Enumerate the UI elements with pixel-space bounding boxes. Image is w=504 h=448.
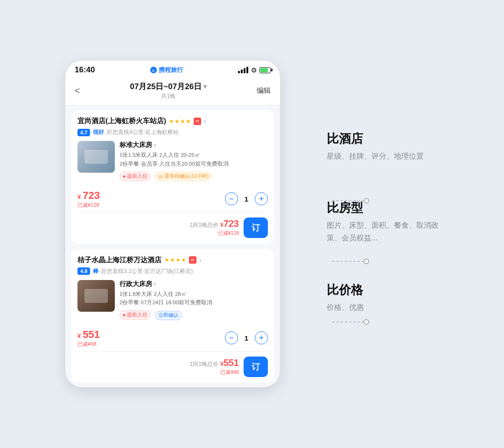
- hotel-2-book-button[interactable]: 订: [244, 357, 268, 377]
- hotel-1-price-row: ¥ 723 已减¥128 − 1 +: [77, 186, 268, 212]
- hotel-2-perk-2: 07月24日 18:00前可免费取消: [141, 300, 213, 305]
- hotel-2-tag-icon: iT: [189, 256, 196, 264]
- edit-button[interactable]: 编辑: [257, 86, 271, 95]
- hotel-1-arrow-icon: ›: [204, 118, 206, 125]
- hotel-2-distance: 距您直线3.1公里·近万达广场(江桥店): [101, 267, 193, 275]
- hotel-card-1: 宜尚酒店(上海虹桥火车站店) ★ ★ ★ ★ iT › 4.7 很好 距您直线4…: [71, 110, 274, 243]
- hotel-1-total-label: 1间1晚总价: [190, 221, 218, 229]
- hotel-1-rating-label: 很好: [93, 128, 104, 136]
- chevron-down-icon: ▾: [203, 83, 207, 90]
- hotel-2-qty-increase[interactable]: +: [255, 331, 268, 344]
- hotel-1-book-button[interactable]: 订: [244, 217, 268, 238]
- hotel-2-rating-score: 4.8: [77, 267, 90, 275]
- ann-price-title: 比价格: [327, 282, 439, 298]
- hotel-2-meta: 4.8 棒 距您直线3.1公里·近万达广场(江桥店): [77, 267, 268, 275]
- hotel-1-qty-controls: − 1 +: [225, 192, 268, 205]
- ann-price-desc: 价格、优惠: [327, 301, 439, 314]
- hotel-1-perk-2: 会员享·入住当天20:00前可免费取消: [141, 161, 229, 167]
- hotel-1-quantity: 1: [243, 195, 250, 203]
- hotel-1-distance: 距您直线4公里·近上海虹桥站: [107, 128, 179, 136]
- hotel-2-total-info: 1间1晚总价 ¥551 已减¥98: [190, 357, 239, 376]
- hotel-2-perks: 2份早餐 07月24日 18:00前可免费取消: [119, 299, 268, 306]
- hotel-2-room-type[interactable]: 行政大床房 ›: [119, 280, 268, 288]
- hotel-1-room-image: [77, 141, 115, 173]
- hotel-2-quantity: 1: [243, 334, 250, 342]
- annotation-hotel: 比酒店 星级、挂牌、评分、地理位置: [327, 131, 439, 162]
- hotel-1-tags: ♥提前入住 ◎需等待确认(12小时): [119, 170, 268, 181]
- hotel-2-room-details: 1张1.8米大床 2人入住 28㎡: [119, 290, 268, 298]
- hotel-1-header: 宜尚酒店(上海虹桥火车站店) ★ ★ ★ ★ iT ›: [77, 117, 268, 126]
- hotel-2-discount: 已减¥98: [77, 341, 100, 348]
- hotel-1-room-details: 1张1.5米双人床 2人入住 20-25㎡: [119, 151, 268, 159]
- hotel-1-meta: 4.7 很好 距您直线4公里·近上海虹桥站: [77, 128, 268, 136]
- hotel-1-price-block: ¥ 723 已减¥128: [77, 189, 100, 209]
- back-button[interactable]: <: [75, 85, 80, 96]
- ann-hotel-desc: 星级、挂牌、评分、地理位置: [327, 150, 439, 162]
- annotation-price: 比价格 价格、优惠: [327, 282, 439, 314]
- hotel-2-qty-controls: − 1 +: [225, 331, 268, 344]
- status-bar: 16:40 C 携程旅行 ⊙: [65, 61, 280, 77]
- hotel-1-room-type[interactable]: 标准大床房 ›: [119, 141, 268, 149]
- hotel-2-room-info: 行政大床房 › 1张1.8米大床 2人入住 28㎡ 2份早餐 07月24日 18…: [119, 280, 268, 320]
- hotel-1-room-info: 标准大床房 › 1张1.5米双人床 2人入住 20-25㎡ 2份早餐 会员享·入…: [119, 141, 268, 181]
- ann-room-title: 比房型: [327, 200, 439, 216]
- hotel-2-qty-decrease[interactable]: −: [225, 331, 238, 344]
- hotel-2-total-price: ¥551: [220, 357, 239, 368]
- hotel-card-2: 桔子水晶上海江桥万达酒店 ★ ★ ★ ★ iT › 4.8 棒 距您直线3.1公…: [71, 249, 274, 383]
- status-icons: ⊙: [238, 66, 271, 74]
- hotel-2-total-label: 1间1晚总价: [190, 360, 218, 368]
- ann-room-desc: 图片、床型、面积、餐食、取消政策、会员权益...: [327, 219, 439, 244]
- hotel-1-tag-icon: iT: [194, 118, 201, 125]
- hotel-2-price-number: 551: [83, 329, 100, 341]
- hotel-1-perks: 2份早餐 会员享·入住当天20:00前可免费取消: [119, 161, 268, 168]
- hotel-1-discount: 已减¥128: [77, 202, 100, 209]
- hotel-2-tag-1: ♥提前入住: [119, 310, 151, 320]
- hotel-1-name[interactable]: 宜尚酒店(上海虹桥火车站店): [77, 117, 166, 126]
- nav-center: 07月25日~07月26日 ▾ 共1晚: [130, 81, 207, 100]
- phone-mockup: 16:40 C 携程旅行 ⊙: [65, 61, 280, 387]
- hotel-2-tags: ♥提前入住 立即确认: [119, 308, 268, 320]
- hotel-1-tag-1: ♥提前入住: [119, 172, 151, 181]
- nav-bar: < 07月25日~07月26日 ▾ 共1晚 编辑: [65, 77, 280, 105]
- signal-icon: [238, 67, 248, 73]
- main-container: 16:40 C 携程旅行 ⊙: [65, 61, 439, 387]
- hotel-2-stars: ★ ★ ★ ★: [164, 257, 186, 263]
- hotel-2-rating-label: 棒: [93, 267, 98, 275]
- battery-icon: [259, 67, 271, 73]
- hotel-2-price-block: ¥ 551 已减¥98: [77, 329, 100, 348]
- hotel-1-stars: ★ ★ ★ ★: [169, 118, 191, 125]
- hotel-2-price: ¥ 551: [77, 329, 100, 341]
- hotel-1-price-number: 723: [83, 189, 100, 202]
- hotel-1-qty-increase[interactable]: +: [255, 192, 268, 205]
- hotel-1-total-info: 1间1晚总价 ¥723 已减¥128: [190, 218, 239, 237]
- arrow-icon: ›: [154, 142, 156, 148]
- status-time: 16:40: [75, 65, 95, 75]
- hotel-2-header: 桔子水晶上海江桥万达酒店 ★ ★ ★ ★ iT ›: [77, 256, 268, 265]
- brand-icon: C: [150, 66, 157, 74]
- hotel-2-room-image: [77, 280, 115, 312]
- hotel-2-perk-1: 2份早餐: [119, 300, 141, 305]
- hotel-2-order-bar: 1间1晚总价 ¥551 已减¥98 订: [77, 351, 268, 383]
- date-range[interactable]: 07月25日~07月26日 ▾: [130, 81, 207, 92]
- nights-label: 共1晚: [130, 92, 207, 100]
- ann-hotel-title: 比酒店: [327, 131, 439, 147]
- hotel-2-arrow-icon: ›: [199, 257, 201, 264]
- svg-text:C: C: [152, 69, 155, 73]
- hotel-1-total-price: ¥723: [220, 218, 239, 229]
- hotel-1-qty-decrease[interactable]: −: [225, 192, 238, 205]
- hotel-2-room-row: 行政大床房 › 1张1.8米大床 2人入住 28㎡ 2份早餐 07月24日 18…: [77, 280, 268, 320]
- hotel-1-perk-1: 2份早餐: [119, 161, 141, 167]
- annotation-room: 比房型 图片、床型、面积、餐食、取消政策、会员权益...: [327, 200, 439, 244]
- hotel-1-rating-score: 4.7: [77, 129, 90, 136]
- arrow-icon-2: ›: [154, 281, 156, 287]
- hotel-1-price: ¥ 723: [77, 189, 100, 202]
- right-annotations: 比酒店 星级、挂牌、评分、地理位置 比房型 图片、床型、面积、餐食、取消政策、会…: [327, 112, 439, 342]
- brand-logo: C 携程旅行: [150, 66, 183, 74]
- hotel-2-price-row: ¥ 551 已减¥98 − 1 +: [77, 325, 268, 351]
- hotels-list: 宜尚酒店(上海虹桥火车站店) ★ ★ ★ ★ iT › 4.7 很好 距您直线4…: [65, 105, 280, 387]
- hotel-2-total-discount: 已减¥98: [220, 369, 239, 376]
- hotel-1-order-bar: 1间1晚总价 ¥723 已减¥128 订: [77, 212, 268, 244]
- hotel-1-room-row: 标准大床房 › 1张1.5米双人床 2人入住 20-25㎡ 2份早餐 会员享·入…: [77, 141, 268, 181]
- hotel-2-tag-2: 立即确认: [155, 311, 182, 320]
- hotel-2-name[interactable]: 桔子水晶上海江桥万达酒店: [77, 256, 161, 265]
